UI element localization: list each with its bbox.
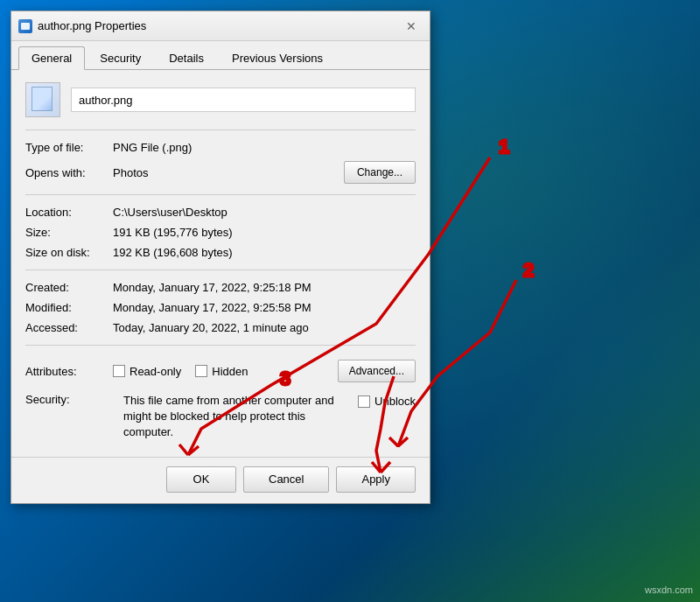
opens-with-value: Photos	[113, 166, 333, 179]
created-label: Created:	[25, 281, 113, 294]
created-row: Created: Monday, January 17, 2022, 9:25:…	[25, 277, 416, 298]
tab-security[interactable]: Security	[87, 46, 154, 69]
title-bar-left: author.png Properties	[18, 19, 146, 33]
tab-general[interactable]: General	[18, 46, 85, 70]
readonly-checkbox-label[interactable]: Read-only	[113, 365, 181, 378]
cancel-button[interactable]: Cancel	[243, 466, 329, 493]
attributes-row: Attributes: Read-only Hidden Advanced...	[25, 353, 416, 389]
accessed-label: Accessed:	[25, 321, 113, 334]
divider-3	[25, 270, 416, 270]
modified-value: Monday, January 17, 2022, 9:25:58 PM	[113, 301, 416, 314]
accessed-row: Accessed: Today, January 20, 2022, 1 min…	[25, 318, 416, 338]
size-disk-row: Size on disk: 192 KB (196,608 bytes)	[25, 242, 416, 262]
filename-input[interactable]	[71, 88, 416, 112]
modified-label: Modified:	[25, 301, 113, 314]
type-row: Type of file: PNG File (.png)	[25, 137, 416, 158]
tab-bar: General Security Details Previous Versio…	[11, 41, 430, 70]
hidden-checkbox-label[interactable]: Hidden	[195, 365, 248, 378]
size-label: Size:	[25, 226, 113, 239]
button-row: OK Cancel Apply	[11, 457, 430, 503]
location-label: Location:	[25, 206, 113, 219]
watermark: wsxdn.com	[645, 584, 693, 595]
security-label: Security:	[25, 393, 113, 406]
size-disk-label: Size on disk:	[25, 246, 113, 259]
ok-button[interactable]: OK	[166, 466, 236, 493]
readonly-label: Read-only	[130, 365, 181, 378]
tab-previous-versions[interactable]: Previous Versions	[219, 46, 336, 69]
hidden-checkbox[interactable]	[195, 365, 207, 377]
dialog-title: author.png Properties	[38, 19, 146, 32]
file-icon	[25, 82, 60, 117]
accessed-value: Today, January 20, 2022, 1 minute ago	[113, 321, 416, 334]
attributes-label: Attributes:	[25, 365, 113, 378]
properties-dialog: author.png Properties ✕ General Security…	[10, 10, 430, 504]
type-value: PNG File (.png)	[113, 141, 416, 154]
opens-with-row: Opens with: Photos Change...	[25, 158, 416, 187]
type-label: Type of file:	[25, 141, 113, 154]
change-button[interactable]: Change...	[344, 161, 416, 184]
apply-button[interactable]: Apply	[336, 466, 416, 493]
file-icon-image	[25, 82, 60, 117]
size-value: 191 KB (195,776 bytes)	[113, 226, 416, 239]
unblock-checkbox-label[interactable]: Unblock	[358, 393, 416, 408]
close-button[interactable]: ✕	[400, 17, 423, 36]
divider-1	[25, 130, 416, 130]
advanced-button[interactable]: Advanced...	[338, 360, 416, 382]
tab-details[interactable]: Details	[156, 46, 217, 69]
created-value: Monday, January 17, 2022, 9:25:18 PM	[113, 281, 416, 294]
unblock-label: Unblock	[374, 395, 416, 408]
size-row: Size: 191 KB (195,776 bytes)	[25, 222, 416, 242]
location-row: Location: C:\Users\user\Desktop	[25, 202, 416, 222]
size-disk-value: 192 KB (196,608 bytes)	[113, 246, 416, 259]
unblock-checkbox[interactable]	[358, 396, 370, 408]
attributes-controls: Read-only Hidden Advanced...	[113, 356, 416, 386]
divider-4	[25, 345, 416, 346]
location-value: C:\Users\user\Desktop	[113, 206, 416, 219]
hidden-label: Hidden	[212, 365, 248, 378]
file-title-icon	[18, 19, 32, 33]
dialog-content: Type of file: PNG File (.png) Opens with…	[11, 70, 430, 457]
properties-table: Type of file: PNG File (.png) Opens with…	[25, 137, 416, 444]
title-bar: author.png Properties ✕	[11, 11, 430, 41]
divider-2	[25, 194, 416, 195]
readonly-checkbox[interactable]	[113, 365, 125, 377]
security-row: Security: This file came from another co…	[25, 389, 416, 444]
file-row	[25, 82, 416, 117]
modified-row: Modified: Monday, January 17, 2022, 9:25…	[25, 298, 416, 318]
security-text: This file came from another computer and…	[123, 393, 347, 441]
opens-with-label: Opens with:	[25, 166, 113, 179]
